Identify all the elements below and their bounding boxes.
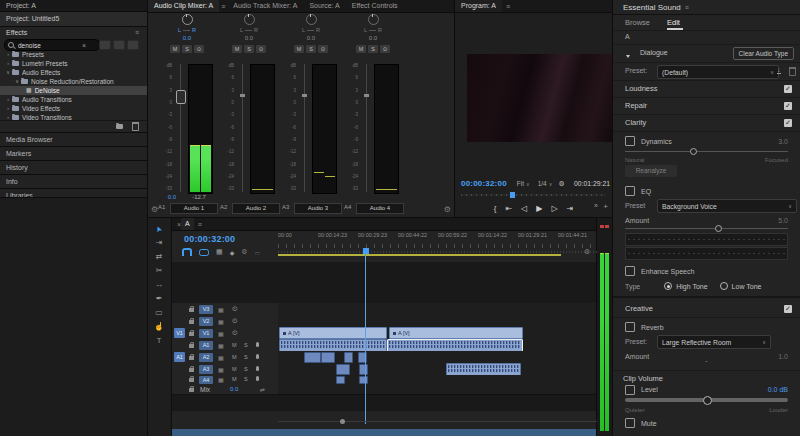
solo-button[interactable]: S (306, 45, 316, 53)
keyframe-button[interactable]: ⊙ (318, 45, 328, 53)
chevron-right-icon[interactable]: › (4, 59, 12, 68)
source-patch-v1[interactable]: V1 (174, 328, 185, 338)
program-timecode[interactable]: 00:00:32:00 (461, 179, 507, 188)
clarity-label[interactable]: Clarity (625, 118, 646, 127)
panel-menu-icon[interactable]: ≡ (506, 3, 510, 10)
tree-item-lumetri-presets[interactable]: ›Lumetri Presets (0, 59, 147, 68)
gear-icon[interactable]: ⚙ (444, 205, 451, 214)
tree-item-denoise[interactable]: ▩DeNoise (0, 86, 147, 95)
level-value[interactable]: 0.0 dB (768, 386, 788, 393)
program-scrubber[interactable] (461, 194, 606, 196)
keyframe-button[interactable]: ⊙ (194, 45, 204, 53)
mic-icon[interactable] (256, 376, 259, 381)
tree-item-audio-effects[interactable]: ∨Audio Effects (0, 68, 147, 77)
sync-lock-icon[interactable]: ▦ (218, 366, 224, 373)
fader-handle[interactable] (302, 94, 307, 97)
mute-button[interactable]: M (232, 45, 242, 53)
track-target-v1[interactable]: V1 (199, 329, 213, 338)
repair-label[interactable]: Repair (625, 101, 647, 110)
hand-tool[interactable]: ☝ (154, 322, 164, 332)
clarity-checkbox[interactable]: ✓ (784, 119, 792, 127)
clip-indicator-right[interactable] (605, 225, 609, 228)
accelerated-effects-badge-icon[interactable] (99, 40, 111, 50)
reverb-checkbox[interactable] (625, 322, 635, 332)
pan-knob[interactable] (244, 14, 255, 25)
horizontal-scrollbar[interactable] (172, 429, 596, 436)
fader-value[interactable]: 0.0 (162, 194, 182, 200)
more-buttons-icon[interactable]: » (594, 202, 598, 209)
audio-clip[interactable] (321, 352, 335, 363)
tree-item-presets[interactable]: ›Presets (0, 50, 147, 59)
tree-item-audio-transitions[interactable]: ›Audio Transitions (0, 95, 147, 104)
solo-button[interactable]: S (368, 45, 378, 53)
settings-wrench-icon[interactable]: ⚙ (558, 180, 564, 188)
reverb-preset-select[interactable]: Large Reflective Room∨ (657, 335, 771, 349)
creative-label[interactable]: Creative (625, 304, 653, 313)
solo-button[interactable]: S (244, 376, 248, 382)
pen-tool[interactable]: ✒ (156, 294, 163, 304)
track-name[interactable]: Audio 2 (232, 203, 280, 214)
mute-checkbox[interactable] (625, 418, 635, 428)
tab-edit[interactable]: Edit (667, 18, 680, 27)
track-select-forward-tool[interactable]: ⇥ (156, 238, 163, 248)
chevron-right-icon[interactable]: › (4, 50, 12, 59)
pan-value[interactable]: 0.0 (280, 35, 342, 41)
video-clip[interactable]: A [V] (279, 327, 387, 339)
delete-icon[interactable] (132, 122, 139, 131)
mic-icon[interactable] (256, 354, 259, 359)
mute-button[interactable]: M (232, 354, 237, 360)
zoom-scrollbar-handle[interactable] (340, 419, 345, 424)
lock-icon[interactable] (189, 378, 194, 382)
level-slider-handle[interactable] (703, 396, 712, 405)
timeline-ruler[interactable]: 00:0000:00:14:2300:00:29:2300:00:44:2200… (278, 232, 597, 242)
snap-icon[interactable] (182, 248, 192, 256)
high-tone-radio[interactable] (664, 282, 672, 290)
pan-knob[interactable] (368, 14, 379, 25)
reverb-amount-value[interactable]: 1.0 (778, 353, 788, 360)
dynamics-value[interactable]: 3.0 (778, 138, 788, 145)
lock-icon[interactable] (189, 308, 194, 312)
add-marker-icon[interactable]: ◆ (230, 249, 235, 256)
sync-lock-icon[interactable]: ▦ (218, 330, 224, 337)
source-patch-a1[interactable]: A1 (174, 352, 185, 362)
keyframe-nav-icon[interactable]: ⇄ (260, 386, 265, 393)
solo-button[interactable]: S (244, 366, 248, 372)
lock-icon[interactable] (189, 388, 194, 392)
tree-item-video-effects[interactable]: ›Video Effects (0, 104, 147, 113)
left-panel-tab[interactable]: History (0, 160, 147, 174)
reanalyze-button[interactable]: Reanalyze (625, 165, 677, 177)
playhead-handle[interactable] (363, 248, 369, 254)
chevron-right-icon[interactable]: › (4, 104, 12, 113)
level-checkbox[interactable] (625, 385, 635, 395)
eye-icon[interactable]: ⊙ (232, 329, 238, 337)
new-bin-icon[interactable] (116, 124, 123, 129)
low-tone-radio[interactable] (720, 282, 728, 290)
save-preset-icon[interactable]: ↓ (777, 66, 781, 74)
audio-clip[interactable] (336, 376, 345, 384)
solo-button[interactable]: S (244, 342, 248, 348)
delete-preset-icon[interactable] (789, 67, 796, 76)
track-target-v2[interactable]: V2 (199, 317, 213, 326)
track-target-a1[interactable]: A1 (199, 341, 213, 350)
gear-icon[interactable]: ⚙ (151, 205, 158, 214)
zoom-select[interactable]: Fit (517, 180, 524, 187)
panel-menu-icon[interactable]: ≡ (135, 29, 139, 36)
button-editor-icon[interactable]: + (603, 202, 608, 211)
audio-clip[interactable] (359, 376, 368, 384)
clear-audio-type-button[interactable]: Clear Audio Type (733, 47, 794, 60)
gear-icon[interactable]: ⚙ (584, 248, 590, 256)
slip-tool[interactable]: ↔ (155, 280, 163, 290)
sync-lock-icon[interactable]: ▦ (218, 376, 224, 383)
selection-tool[interactable]: ➤ (153, 224, 165, 234)
tab-audio-track-mixer[interactable]: Audio Track Mixer: A (227, 0, 303, 12)
video-clip[interactable]: A [V] (389, 327, 523, 339)
dynamics-checkbox[interactable] (625, 136, 635, 146)
lock-icon[interactable] (189, 356, 194, 360)
audio-clip[interactable] (344, 352, 353, 363)
audio-clip[interactable] (304, 352, 321, 363)
eq-preset-select[interactable]: Background Voice∨ (657, 199, 797, 213)
timeline-timecode[interactable]: 00:00:32:00 (184, 234, 235, 244)
track-name[interactable]: Audio 1 (170, 203, 218, 214)
pan-knob[interactable] (306, 14, 317, 25)
sync-lock-icon[interactable]: ▦ (218, 342, 224, 349)
